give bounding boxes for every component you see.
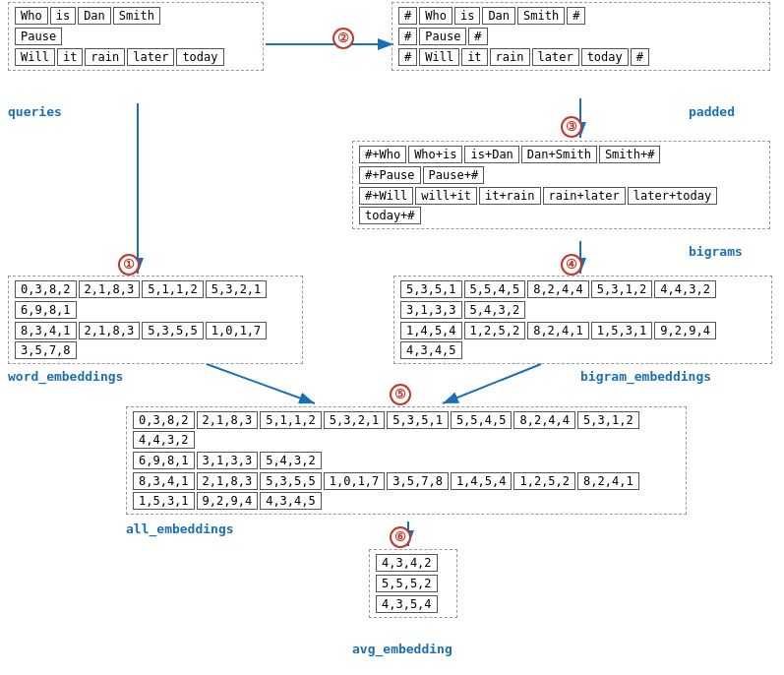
bigrams-box: #+Who Who+is is+Dan Dan+Smith Smith+# #+…	[352, 141, 770, 229]
token: 2,1,8,3	[197, 411, 259, 429]
circle-3: ③	[561, 116, 582, 138]
token: Dan	[78, 7, 111, 25]
token: Who	[15, 7, 48, 25]
token: Smith	[517, 7, 565, 25]
bigrams-row1: #+Who Who+is is+Dan Dan+Smith Smith+#	[359, 146, 763, 163]
token: 5,5,4,5	[451, 411, 513, 429]
avg-row1: 4,3,4,2	[376, 554, 451, 572]
token: #+Who	[359, 146, 406, 163]
token: 2,1,8,3	[79, 280, 141, 298]
bigrams-row3: #+Will will+it it+rain rain+later later+…	[359, 187, 763, 224]
padded-row3: # Will it rain later today #	[398, 48, 763, 66]
token: 1,4,5,4	[451, 472, 513, 490]
token: 5,3,5,5	[260, 472, 322, 490]
avg-row2: 5,5,5,2	[376, 575, 451, 592]
be-row1: 5,3,5,1 5,5,4,5 8,2,4,4 5,3,1,2 4,4,3,2	[400, 280, 765, 298]
token: 0,3,8,2	[15, 280, 77, 298]
token: 4,3,4,5	[400, 341, 462, 359]
token: rain	[490, 48, 530, 66]
token: 5,3,5,1	[400, 280, 462, 298]
bigrams-label: bigrams	[689, 244, 743, 259]
token: Smith+#	[599, 146, 661, 163]
svg-line-5	[207, 364, 315, 403]
token: Dan	[482, 7, 515, 25]
token: #	[567, 7, 585, 25]
token: 0,3,8,2	[133, 411, 195, 429]
queries-row2: Pause	[15, 28, 257, 45]
word-embeddings-box: 0,3,8,2 2,1,8,3 5,1,1,2 5,3,2,1 6,9,8,1 …	[8, 276, 303, 364]
circle-2: ②	[332, 28, 354, 49]
token: today+#	[359, 207, 421, 224]
avg-embedding-label: avg_embedding	[352, 642, 452, 656]
token: 2,1,8,3	[79, 322, 141, 339]
circle-5: ⑤	[390, 384, 411, 405]
token: later	[532, 48, 579, 66]
token: 1,0,1,7	[206, 322, 268, 339]
token: Will	[15, 48, 55, 66]
token: #	[468, 28, 487, 45]
token: 6,9,8,1	[15, 301, 77, 319]
token: today	[581, 48, 629, 66]
token: 3,1,3,3	[400, 301, 462, 319]
token: 1,0,1,7	[324, 472, 386, 490]
all-embeddings-box: 0,3,8,2 2,1,8,3 5,1,1,2 5,3,2,1 5,3,5,1 …	[126, 406, 687, 515]
token: 1,4,5,4	[400, 322, 462, 339]
token: 5,1,1,2	[260, 411, 322, 429]
token: 5,3,5,1	[387, 411, 449, 429]
padded-box: # Who is Dan Smith # # Pause # # Will it…	[392, 2, 770, 71]
token: will+it	[415, 187, 477, 205]
padded-row1: # Who is Dan Smith #	[398, 7, 763, 25]
token: later	[127, 48, 174, 66]
token: 3,5,7,8	[387, 472, 449, 490]
we-row1: 0,3,8,2 2,1,8,3 5,1,1,2 5,3,2,1	[15, 280, 296, 298]
token: Dan+Smith	[521, 146, 597, 163]
padded-label: padded	[689, 104, 735, 119]
token: Smith	[113, 7, 160, 25]
token: 5,3,2,1	[324, 411, 386, 429]
token: 9,2,9,4	[197, 492, 259, 510]
all-embeddings-label: all_embeddings	[126, 522, 234, 536]
token: 8,2,4,1	[577, 472, 639, 490]
token: it+rain	[479, 187, 541, 205]
token: is	[454, 7, 480, 25]
avg-row3: 4,3,5,4	[376, 595, 451, 613]
token: Who	[419, 7, 452, 25]
token: Pause	[15, 28, 62, 45]
circle-4: ④	[561, 254, 582, 276]
token: 5,3,1,2	[577, 411, 639, 429]
token: it	[57, 48, 83, 66]
token: rain+later	[543, 187, 626, 205]
word-embeddings-label: word_embeddings	[8, 369, 123, 384]
token: 1,5,3,1	[133, 492, 195, 510]
token: #+Will	[359, 187, 413, 205]
token: 5,4,3,2	[464, 301, 526, 319]
token: 4,3,4,2	[376, 554, 438, 572]
token: 3,5,7,8	[15, 341, 77, 359]
bigrams-row2: #+Pause Pause+#	[359, 166, 763, 184]
queries-box: Who is Dan Smith Pause Will it rain late…	[8, 2, 264, 71]
token: 6,9,8,1	[133, 452, 195, 469]
we-row3: 8,3,4,1 2,1,8,3 5,3,5,5 1,0,1,7 3,5,7,8	[15, 322, 296, 359]
token: 8,2,4,4	[513, 411, 575, 429]
token: Pause	[419, 28, 466, 45]
queries-row1: Who is Dan Smith	[15, 7, 257, 25]
circle-6: ⑥	[390, 526, 411, 548]
avg-embedding-box: 4,3,4,2 5,5,5,2 4,3,5,4	[369, 549, 457, 618]
token: #	[398, 48, 417, 66]
bigram-embeddings-label: bigram_embeddings	[580, 369, 711, 384]
token: it	[461, 48, 487, 66]
token: is+Dan	[464, 146, 518, 163]
token: 4,3,4,5	[260, 492, 322, 510]
token: 3,1,3,3	[197, 452, 259, 469]
token: 5,1,1,2	[142, 280, 204, 298]
queries-row3: Will it rain later today	[15, 48, 257, 66]
token: later+today	[628, 187, 717, 205]
token: 4,4,3,2	[654, 280, 716, 298]
token: is	[50, 7, 76, 25]
ae-row1: 0,3,8,2 2,1,8,3 5,1,1,2 5,3,2,1 5,3,5,1 …	[133, 411, 680, 449]
token: #+Pause	[359, 166, 421, 184]
ae-row3: 8,3,4,1 2,1,8,3 5,3,5,5 1,0,1,7 3,5,7,8 …	[133, 472, 680, 510]
token: 5,3,5,5	[142, 322, 204, 339]
token: 9,2,9,4	[654, 322, 716, 339]
token: #	[398, 28, 417, 45]
